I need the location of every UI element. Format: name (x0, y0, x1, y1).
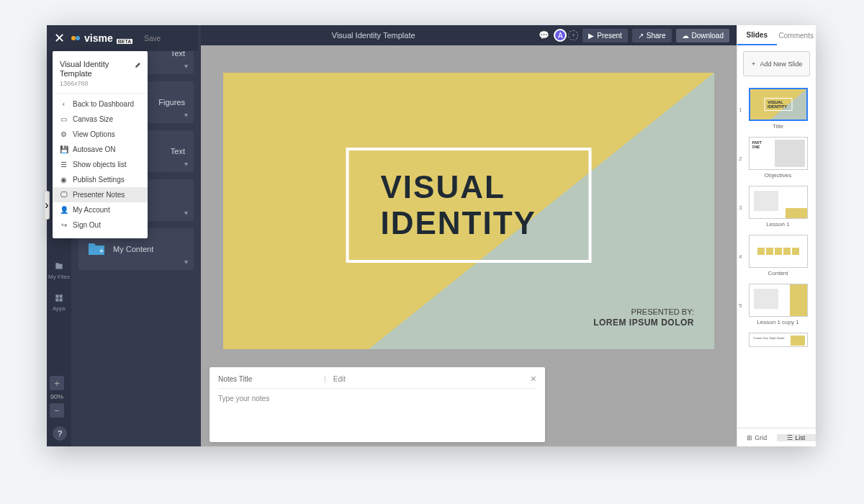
menu-item-canvas-size[interactable]: ▭Canvas Size (53, 112, 148, 127)
zoom-in-button[interactable]: + (50, 376, 64, 390)
slide-canvas[interactable]: VISUAL IDENTITY PRESENTED BY: LOREM IPSU… (223, 73, 714, 349)
comment-icon[interactable]: 💬 (539, 30, 549, 40)
app-logo: visme BETA (71, 32, 132, 44)
thumbnail-item[interactable]: 5 Lesson 1 copy 1 (737, 281, 813, 330)
thumbnail-preview[interactable] (749, 235, 808, 268)
svg-point-1 (71, 36, 76, 40)
thumbnail-preview[interactable]: Create Your Style Guide (749, 333, 808, 347)
list-view-button[interactable]: ☰List (777, 434, 816, 441)
topbar-actions: 💬 A + ▶Present ↗Share ☁Download (539, 29, 729, 42)
document-title: Visual Identity Template (208, 31, 539, 40)
presenter-notes-panel: Notes Title | Edit × Type your notes (210, 367, 545, 442)
thumbnail-preview[interactable]: PARTONE (749, 137, 808, 170)
list-icon: ☰ (60, 161, 68, 168)
slide-subtext[interactable]: PRESENTED BY: LOREM IPSUM DOLOR (593, 307, 694, 328)
add-collaborator-button[interactable]: + (568, 30, 578, 40)
menu-item-objects-list[interactable]: ☰Show objects list (53, 157, 148, 172)
grid-view-button[interactable]: ⊞Grid (737, 434, 777, 441)
slide-title-frame[interactable]: VISUAL IDENTITY (346, 148, 592, 263)
thumbnail-label: Title (746, 123, 810, 130)
chevron-down-icon: ▾ (184, 160, 188, 168)
chevron-down-icon: ▾ (184, 209, 188, 217)
thumbnail-item[interactable]: 3 Lesson 1 (737, 183, 813, 232)
save-button[interactable]: Save (144, 35, 161, 42)
canvas-viewport[interactable]: VISUAL IDENTITY PRESENTED BY: LOREM IPSU… (201, 45, 737, 446)
project-title: Visual Identity Template (60, 60, 140, 78)
presented-by-value: LOREM IPSUM DOLOR (593, 318, 694, 328)
download-button[interactable]: ☁Download (676, 29, 729, 42)
close-icon[interactable]: × (531, 373, 536, 384)
slide-number: 5 (739, 302, 742, 309)
add-slide-button[interactable]: ＋Add New Slide (743, 51, 810, 76)
chevron-down-icon: ▾ (184, 111, 188, 119)
thumbnail-preview[interactable] (749, 186, 808, 219)
menu-item-presenter-notes[interactable]: 🖵Presenter Notes (53, 187, 148, 202)
tab-comments[interactable]: Comments (777, 25, 816, 45)
thumbnail-item[interactable]: 4 Content (737, 232, 813, 281)
svg-point-2 (76, 36, 80, 40)
editor-window: My Files Apps + 90% − ? Text ▾ Figures ▾… (47, 25, 816, 446)
panel-tabs: Slides Comments (737, 25, 816, 45)
beta-badge: BETA (117, 39, 133, 44)
edit-title-button[interactable] (135, 61, 142, 68)
slide-number: 1 (739, 107, 742, 113)
panel-collapse-handle[interactable]: › (44, 191, 50, 220)
zoom-out-button[interactable]: − (50, 403, 64, 418)
project-info: Visual Identity Template 1366x768 (53, 57, 148, 94)
gear-icon: ⚙ (60, 130, 68, 138)
panel-footer: ⊞Grid ☰List (737, 428, 816, 446)
close-menu-button[interactable]: ✕ (54, 30, 65, 46)
pencil-icon (135, 61, 142, 68)
sidebar-item-my-files[interactable]: My Files (48, 261, 70, 280)
canvas-area: Visual Identity Template 💬 A + ▶Present … (201, 25, 737, 446)
chevron-left-icon: ‹ (60, 100, 68, 108)
floppy-icon: 💾 (60, 145, 68, 153)
tab-slides[interactable]: Slides (737, 25, 777, 45)
notes-body[interactable]: Type your notes (218, 389, 536, 402)
svg-text:+: + (99, 247, 104, 255)
list-icon: ☰ (787, 434, 793, 441)
menu-item-publish[interactable]: ◉Publish Settings (53, 172, 148, 187)
menu-item-sign-out[interactable]: ↪Sign Out (53, 217, 148, 233)
thumbnail-item[interactable]: 2 PARTONE Objectives (737, 134, 813, 183)
presenter-icon: 🖵 (60, 191, 68, 199)
share-button[interactable]: ↗Share (632, 29, 672, 42)
chevron-down-icon: ▾ (184, 258, 188, 266)
hamburger-dropdown: Visual Identity Template 1366x768 ‹Back … (53, 51, 148, 238)
slide-number: 2 (739, 156, 742, 162)
thumbnail-item[interactable]: 1 VISUAL IDENTITY Title (737, 85, 813, 134)
chevron-down-icon: ▾ (184, 62, 188, 70)
topbar: Visual Identity Template 💬 A + ▶Present … (201, 25, 737, 45)
notes-title-input[interactable] (259, 375, 317, 383)
logo-icon (71, 33, 82, 43)
menu-item-autosave[interactable]: 💾Autosave ON (53, 142, 148, 157)
thumbnail-label: Objectives (746, 172, 810, 179)
canvas-icon: ▭ (60, 115, 68, 123)
files-icon (54, 261, 64, 271)
publish-icon: ◉ (60, 176, 68, 184)
present-button[interactable]: ▶Present (582, 29, 627, 42)
notes-edit-button[interactable]: Edit (333, 375, 346, 383)
share-icon: ↗ (638, 32, 644, 40)
sidebar-item-label: My Files (48, 274, 70, 280)
zoom-value: 90% (50, 393, 63, 400)
menu-item-my-account[interactable]: 👤My Account (53, 202, 148, 217)
user-icon: 👤 (60, 206, 68, 214)
sidebar-item-apps[interactable]: Apps (53, 293, 66, 312)
tool-label: Text (171, 147, 185, 156)
avatar[interactable]: A (554, 29, 567, 42)
grid-icon: ⊞ (747, 434, 752, 441)
apps-icon (54, 293, 64, 303)
plus-icon: ＋ (750, 59, 757, 68)
play-icon: ▶ (588, 32, 594, 40)
menu-item-view-options[interactable]: ⚙View Options (53, 127, 148, 142)
slide-thumbnails: 1 VISUAL IDENTITY Title 2 PARTONE Object… (737, 82, 816, 428)
thumbnail-item[interactable]: Create Your Style Guide (737, 330, 813, 354)
thumbnail-preview[interactable] (749, 284, 808, 317)
signout-icon: ↪ (60, 221, 68, 229)
help-button[interactable]: ? (53, 426, 67, 441)
slide-title-text[interactable]: VISUAL IDENTITY (381, 169, 557, 241)
menu-item-back[interactable]: ‹Back to Dashboard (53, 96, 148, 112)
thumbnail-preview[interactable]: VISUAL IDENTITY (749, 88, 808, 121)
notes-title-label: Notes Title (218, 375, 252, 383)
